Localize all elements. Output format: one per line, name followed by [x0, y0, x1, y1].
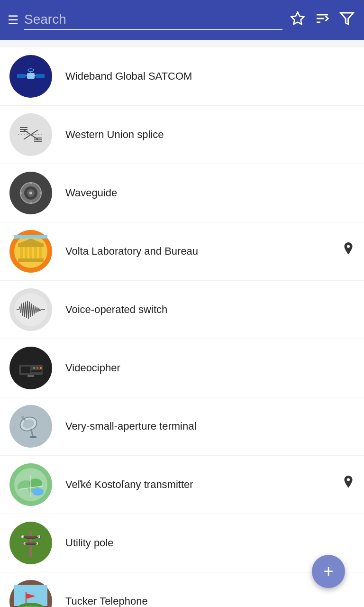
list-item[interactable]: Voice-operated switch — [0, 281, 364, 339]
svg-rect-37 — [29, 247, 32, 258]
list-item[interactable]: Utility pole — [0, 514, 364, 572]
item-avatar — [9, 230, 52, 273]
item-title: Very-small-aperture terminal — [65, 420, 355, 433]
item-avatar — [9, 172, 52, 214]
item-avatar — [9, 113, 52, 156]
item-title: Voice-operated switch — [65, 303, 355, 317]
item-avatar — [9, 347, 52, 389]
svg-rect-76 — [27, 375, 34, 377]
svg-rect-75 — [31, 370, 42, 372]
svg-point-27 — [29, 192, 32, 194]
item-list: Wideband Global SATCOM Western Union spl… — [0, 47, 364, 607]
svg-rect-35 — [20, 247, 23, 258]
item-avatar — [9, 580, 52, 607]
svg-point-88 — [32, 488, 44, 496]
svg-rect-34 — [18, 244, 44, 247]
item-title: Tucker Telephone — [65, 595, 355, 607]
item-title: Veľké Kostoľany transmitter — [65, 478, 338, 492]
svg-point-30 — [20, 192, 22, 194]
list-item[interactable]: Videocipher — [0, 339, 364, 397]
item-avatar — [9, 288, 52, 331]
svg-rect-6 — [27, 73, 35, 79]
add-button[interactable]: + — [312, 555, 345, 588]
location-icon — [342, 476, 355, 494]
svg-rect-7 — [17, 74, 26, 78]
menu-icon[interactable]: ☰ — [8, 14, 18, 26]
item-avatar — [9, 405, 52, 448]
list-item[interactable]: Wideband Global SATCOM — [0, 47, 364, 106]
svg-point-28 — [30, 182, 32, 184]
svg-marker-0 — [291, 12, 304, 24]
svg-point-72 — [33, 367, 35, 369]
svg-rect-39 — [39, 247, 42, 258]
sort-icon[interactable] — [313, 9, 332, 31]
list-item[interactable]: Very-small-aperture terminal — [0, 397, 364, 456]
item-title: Western Union splice — [65, 128, 355, 142]
item-title: Wideband Global SATCOM — [65, 70, 355, 83]
svg-rect-41 — [14, 235, 47, 239]
svg-marker-4 — [341, 13, 354, 24]
search-input[interactable] — [24, 10, 282, 30]
item-avatar — [9, 463, 52, 506]
list-item[interactable]: Veľké Kostoľany transmitter — [0, 456, 364, 514]
item-title: Waveguide — [65, 186, 355, 200]
svg-rect-71 — [21, 367, 30, 373]
list-item[interactable]: Waveguide — [0, 164, 364, 222]
svg-point-83 — [21, 416, 24, 419]
item-avatar — [9, 522, 52, 564]
svg-rect-36 — [25, 247, 27, 258]
svg-point-73 — [36, 367, 38, 369]
svg-point-29 — [30, 202, 32, 204]
app-header: ☰ — [0, 0, 364, 40]
svg-point-74 — [40, 367, 42, 369]
item-title: Videocipher — [65, 361, 355, 375]
item-avatar — [9, 55, 52, 98]
svg-rect-33 — [18, 258, 44, 262]
svg-rect-81 — [30, 436, 36, 438]
list-item[interactable]: Volta Laboratory and Bureau — [0, 222, 364, 281]
item-title: Utility pole — [65, 536, 355, 550]
svg-rect-8 — [36, 74, 45, 78]
list-item[interactable]: Western Union splice — [0, 106, 364, 164]
svg-point-31 — [40, 192, 42, 194]
filter-icon[interactable] — [337, 9, 356, 31]
svg-rect-38 — [34, 247, 37, 258]
list-item[interactable]: Tucker Telephone — [0, 572, 364, 607]
item-title: Volta Laboratory and Bureau — [65, 245, 338, 258]
location-icon — [342, 242, 355, 261]
star-icon[interactable] — [288, 9, 307, 31]
